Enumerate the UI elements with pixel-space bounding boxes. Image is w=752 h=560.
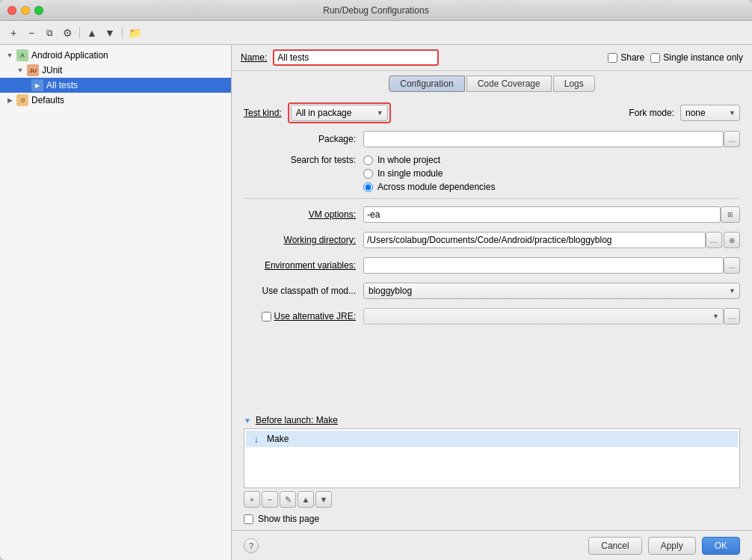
fork-mode-select[interactable]: none method class xyxy=(680,105,740,121)
minimize-button[interactable] xyxy=(21,6,30,15)
search-option-single-module[interactable]: In single module xyxy=(363,168,495,179)
main-toolbar: + − ⧉ ⚙ ▲ ▼ 📁 xyxy=(0,21,752,45)
window-title: Run/Debug Configurations xyxy=(323,5,428,16)
vm-options-input[interactable] xyxy=(363,206,721,223)
test-icon: ▶ xyxy=(31,79,43,91)
down-button[interactable]: ▼ xyxy=(102,25,117,40)
android-icon: A xyxy=(16,49,28,61)
title-bar: Run/Debug Configurations xyxy=(0,0,752,21)
package-label: Package: xyxy=(244,134,363,144)
package-row: Package: … xyxy=(244,129,740,149)
test-kind-select-wrapper: All in package Class Method Package Patt… xyxy=(288,102,391,123)
env-vars-browse-button[interactable]: … xyxy=(724,257,740,274)
test-kind-label: Test kind: xyxy=(244,108,282,118)
share-checkbox[interactable] xyxy=(608,53,617,63)
launch-add-button[interactable]: + xyxy=(244,491,260,508)
right-panel: Name: Share Single instance only Configu… xyxy=(232,45,752,560)
search-radio-group: In whole project In single module Across… xyxy=(363,155,495,192)
env-vars-row: Environment variables: … xyxy=(244,256,740,275)
main-content: ▼ A Android Application ▼ JU JUnit ▶ All… xyxy=(0,45,752,560)
vm-options-browse-button[interactable]: ⊞ xyxy=(721,206,740,223)
single-instance-checkbox[interactable] xyxy=(650,53,660,63)
launch-toolbar: + − ✎ ▲ ▼ xyxy=(244,491,740,508)
folder-button[interactable]: 📁 xyxy=(127,25,142,40)
working-dir-vars-button[interactable]: ⊕ xyxy=(724,232,740,248)
classpath-row: Use classpath of mod... bloggyblog ▼ xyxy=(244,281,740,301)
sidebar-item-junit[interactable]: ▼ JU JUnit xyxy=(0,63,231,78)
copy-button[interactable]: ⧉ xyxy=(42,25,57,40)
working-dir-input[interactable] xyxy=(363,232,706,248)
classpath-label: Use classpath of mod... xyxy=(244,286,363,296)
jre-checkbox[interactable] xyxy=(262,312,271,321)
window: Run/Debug Configurations + − ⧉ ⚙ ▲ ▼ 📁 ▼… xyxy=(0,0,752,560)
sidebar-item-defaults[interactable]: ▶ ⚙ Defaults xyxy=(0,93,231,108)
jre-browse-button[interactable]: … xyxy=(724,308,740,324)
env-vars-input[interactable] xyxy=(363,257,724,274)
cancel-button[interactable]: Cancel xyxy=(588,537,641,555)
name-bar: Name: Share Single instance only xyxy=(232,45,752,71)
apply-button[interactable]: Apply xyxy=(648,537,696,555)
package-input[interactable] xyxy=(363,131,724,147)
share-label: Share xyxy=(620,52,644,63)
junit-icon: JU xyxy=(27,64,39,76)
junit-expand-arrow: ▼ xyxy=(16,67,24,74)
single-instance-checkbox-label[interactable]: Single instance only xyxy=(650,52,743,63)
sidebar-item-label-defaults: Defaults xyxy=(31,95,64,105)
classpath-select[interactable]: bloggyblog xyxy=(363,283,740,299)
search-option-across-modules[interactable]: Across module dependencies xyxy=(363,182,495,192)
launch-up-button[interactable]: ▲ xyxy=(298,491,314,508)
fork-mode-label: Fork mode: xyxy=(629,108,674,118)
make-label: Make xyxy=(267,434,289,444)
before-launch-arrow[interactable]: ▼ xyxy=(244,416,251,425)
before-launch-section: ▼ Before launch: Make ↓ Make + − ✎ ▲ ▼ xyxy=(232,415,752,530)
fork-mode-select-wrapper: none method class ▼ xyxy=(680,105,740,121)
single-instance-label: Single instance only xyxy=(663,52,743,63)
search-option-whole-project[interactable]: In whole project xyxy=(363,155,495,165)
jre-select[interactable] xyxy=(363,308,724,324)
test-kind-select[interactable]: All in package Class Method Package Patt… xyxy=(291,105,388,121)
working-dir-browse-button[interactable]: … xyxy=(706,232,722,248)
jre-checkbox-label[interactable]: Use alternative JRE: xyxy=(244,311,363,321)
sidebar-item-all-tests[interactable]: ▶ All tests xyxy=(0,78,231,93)
test-kind-row: Test kind: All in package Class Method P… xyxy=(244,102,740,123)
defaults-icon: ⚙ xyxy=(16,94,28,106)
radio-single-module[interactable] xyxy=(363,169,373,179)
settings-button[interactable]: ⚙ xyxy=(60,25,75,40)
jre-label: Use alternative JRE: xyxy=(274,311,356,321)
share-checkbox-label[interactable]: Share xyxy=(608,52,644,63)
show-page-label: Show this page xyxy=(258,514,319,524)
up-button[interactable]: ▲ xyxy=(84,25,99,40)
sidebar: ▼ A Android Application ▼ JU JUnit ▶ All… xyxy=(0,45,232,560)
launch-remove-button[interactable]: − xyxy=(262,491,278,508)
package-browse-button[interactable]: … xyxy=(724,131,740,147)
radio-across-modules[interactable] xyxy=(363,182,373,192)
close-button[interactable] xyxy=(7,6,16,15)
divider-1 xyxy=(244,198,740,199)
radio-whole-project[interactable] xyxy=(363,156,373,165)
working-dir-label: Working directory: xyxy=(244,235,363,245)
ok-button[interactable]: OK xyxy=(702,537,740,555)
add-button[interactable]: + xyxy=(6,25,21,40)
name-input[interactable] xyxy=(273,49,439,66)
tab-configuration[interactable]: Configuration xyxy=(389,76,464,92)
jre-row: Use alternative JRE: ▼ … xyxy=(244,307,740,326)
before-launch-label: Before launch: Make xyxy=(256,415,338,425)
tab-code-coverage[interactable]: Code Coverage xyxy=(466,76,552,92)
search-label-single-module: In single module xyxy=(377,168,443,179)
bottom-left: ? xyxy=(244,538,259,553)
config-tree: ▼ A Android Application ▼ JU JUnit ▶ All… xyxy=(0,45,231,560)
sidebar-item-android-application[interactable]: ▼ A Android Application xyxy=(0,48,231,63)
launch-down-button[interactable]: ▼ xyxy=(315,491,332,508)
show-page-checkbox[interactable] xyxy=(244,514,253,524)
bottom-bar: ? Cancel Apply OK xyxy=(232,530,752,560)
launch-edit-button[interactable]: ✎ xyxy=(280,491,296,508)
vm-options-label: VM options: xyxy=(244,209,363,220)
remove-button[interactable]: − xyxy=(24,25,39,40)
make-list-item[interactable]: ↓ Make xyxy=(246,431,738,447)
help-button[interactable]: ? xyxy=(244,538,259,553)
maximize-button[interactable] xyxy=(34,6,43,15)
working-dir-row: Working directory: … ⊕ xyxy=(244,230,740,250)
tab-logs[interactable]: Logs xyxy=(553,76,595,92)
sidebar-item-label-android: Android Application xyxy=(31,50,108,61)
jre-select-wrapper: ▼ xyxy=(363,308,724,324)
